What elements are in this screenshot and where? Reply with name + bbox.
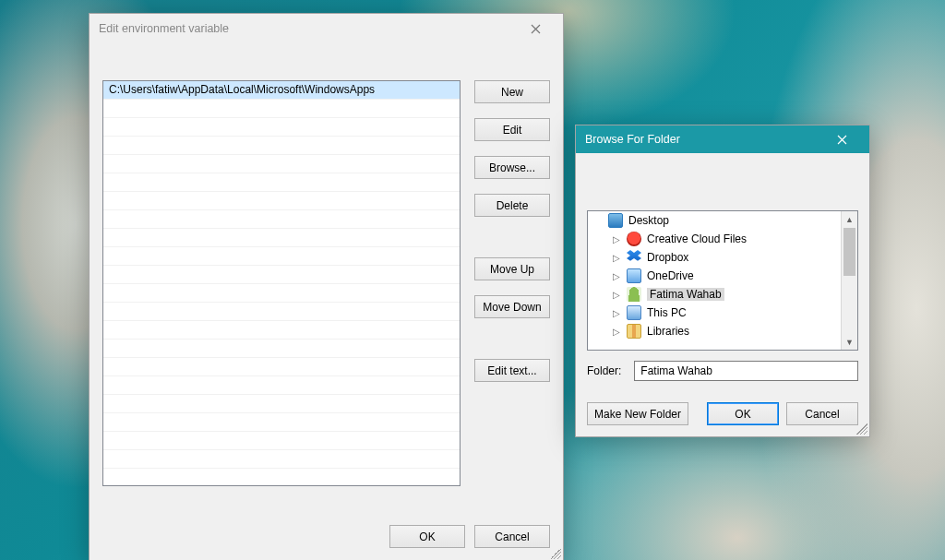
path-list-item[interactable] [103, 303, 460, 321]
tree-item[interactable]: ▷ Creative Cloud Files [588, 230, 842, 248]
expander-icon[interactable]: ▷ [612, 253, 621, 263]
folder-tree[interactable]: Desktop ▷ Creative Cloud Files ▷ Dropbox… [587, 210, 858, 351]
close-icon [531, 24, 541, 34]
delete-button[interactable]: Delete [474, 194, 550, 217]
path-list-item[interactable] [103, 229, 460, 247]
expander-icon[interactable]: ▷ [612, 308, 621, 318]
this-pc-icon [627, 305, 641, 320]
path-list-item[interactable] [103, 247, 460, 266]
path-list-item[interactable] [103, 340, 460, 358]
resize-grip[interactable] [550, 548, 561, 559]
close-button[interactable] [823, 128, 860, 150]
path-list-item[interactable] [103, 376, 460, 395]
path-list-item[interactable] [103, 173, 460, 192]
cancel-button[interactable]: Cancel [474, 525, 550, 548]
folder-label: Folder: [587, 364, 621, 377]
path-list-item[interactable] [103, 118, 460, 137]
path-list-item[interactable] [103, 155, 460, 173]
path-list-item[interactable] [103, 413, 460, 432]
close-button[interactable] [517, 18, 554, 40]
vertical-scrollbar[interactable]: ▲ ▼ [841, 211, 857, 350]
tree-item-label: Creative Cloud Files [647, 232, 747, 245]
path-list-item[interactable] [103, 469, 460, 486]
edit-environment-variable-dialog: Edit environment variable C:\Users\fatiw… [89, 13, 564, 560]
tree-item[interactable]: ▷ Libraries [588, 322, 842, 340]
path-list-item[interactable] [103, 284, 460, 303]
tree-item[interactable]: ▷ Fatima Wahab [588, 285, 842, 304]
tree-item-label: Desktop [628, 214, 669, 227]
dropbox-icon [627, 250, 641, 265]
expander-icon[interactable]: ▷ [612, 271, 621, 281]
tree-item-label: OneDrive [647, 269, 694, 282]
browse-button[interactable]: Browse... [474, 156, 550, 179]
ok-button[interactable]: OK [707, 402, 779, 425]
path-list-item[interactable] [103, 100, 460, 118]
tree-item[interactable]: ▷ This PC [588, 304, 842, 322]
move-down-button[interactable]: Move Down [474, 295, 550, 318]
path-list-item[interactable] [103, 210, 460, 229]
cancel-button[interactable]: Cancel [786, 402, 858, 425]
path-list-item[interactable] [103, 192, 460, 210]
expander-icon[interactable]: ▷ [612, 327, 621, 337]
dialog-title: Edit environment variable [99, 22, 229, 35]
tree-item-label: Dropbox [647, 251, 688, 264]
edit-text-button[interactable]: Edit text... [474, 359, 550, 382]
path-list-item[interactable] [103, 321, 460, 340]
browse-for-folder-dialog: Browse For Folder Desktop ▷ Creative Clo… [575, 125, 870, 437]
path-list[interactable]: C:\Users\fatiw\AppData\Local\Microsoft\W… [102, 80, 461, 486]
path-list-item[interactable] [103, 432, 460, 450]
path-list-item[interactable] [103, 450, 460, 469]
path-list-item[interactable]: C:\Users\fatiw\AppData\Local\Microsoft\W… [103, 81, 460, 100]
libraries-icon [627, 324, 641, 339]
titlebar[interactable]: Edit environment variable [90, 14, 563, 43]
scroll-thumb[interactable] [843, 228, 855, 276]
tree-item-desktop[interactable]: Desktop [588, 211, 842, 230]
path-list-item[interactable] [103, 358, 460, 376]
dialog-title: Browse For Folder [585, 133, 680, 146]
path-list-item[interactable] [103, 395, 460, 413]
tree-item[interactable]: ▷ OneDrive [588, 267, 842, 285]
path-list-item[interactable] [103, 137, 460, 155]
move-up-button[interactable]: Move Up [474, 257, 550, 280]
desktop-icon [608, 213, 623, 228]
tree-item[interactable]: ▷ Dropbox [588, 248, 842, 267]
close-icon [837, 135, 847, 145]
scroll-up-button[interactable]: ▲ [842, 211, 857, 227]
creative-cloud-icon [627, 232, 641, 246]
expander-icon[interactable]: ▷ [612, 290, 621, 300]
path-list-item[interactable] [103, 266, 460, 284]
titlebar[interactable]: Browse For Folder [576, 125, 869, 153]
scroll-down-button[interactable]: ▼ [842, 334, 857, 350]
resize-grip[interactable] [856, 423, 867, 435]
tree-item-label: Fatima Wahab [647, 288, 724, 301]
path-text: C:\Users\fatiw\AppData\Local\Microsoft\W… [109, 83, 375, 96]
ok-button[interactable]: OK [389, 525, 465, 548]
dialog-button-row: OK Cancel [389, 525, 550, 548]
make-new-folder-button[interactable]: Make New Folder [587, 402, 688, 425]
dialog-button-row: Make New Folder OK Cancel [587, 402, 858, 425]
onedrive-icon [627, 268, 641, 283]
new-button[interactable]: New [474, 80, 550, 103]
folder-input[interactable] [634, 361, 858, 381]
side-button-column: New Edit Browse... Delete Move Up Move D… [474, 80, 550, 397]
folder-field-row: Folder: [587, 360, 858, 382]
tree-item-label: Libraries [647, 325, 689, 338]
user-folder-icon [627, 287, 641, 302]
tree-item-label: This PC [647, 306, 687, 319]
expander-icon[interactable]: ▷ [612, 234, 621, 244]
edit-button[interactable]: Edit [474, 118, 550, 141]
